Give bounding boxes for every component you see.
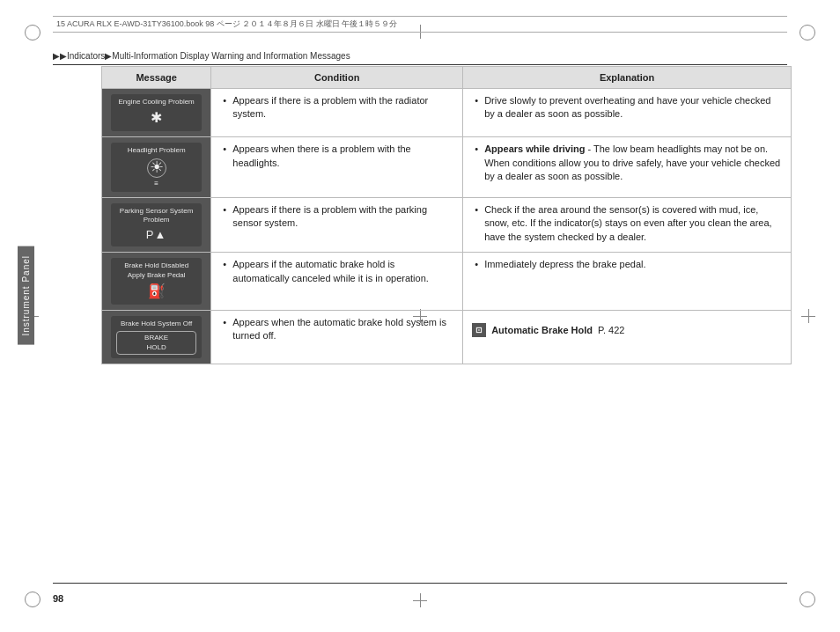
explanation-cell-engine: Drive slowly to prevent overheating and … — [463, 89, 792, 137]
condition-cell-engine: Appears if there is a problem with the r… — [211, 89, 463, 137]
info-table: Message Condition Explanation Engine Coo… — [101, 66, 792, 364]
headlight-title: Headlight Problem — [116, 146, 196, 155]
explanation-text-brake-disabled: Immediately depress the brake pedal. — [472, 258, 782, 271]
message-display-brake-off: Brake Hold System Off BRAKEHOLD — [111, 316, 202, 358]
message-display-engine: Engine Cooling Problem ✱ — [111, 94, 202, 131]
explanation-cell-headlight: Appears while driving - The low beam hea… — [463, 137, 792, 198]
corner-decoration-tl — [25, 25, 41, 40]
headlight-lines: ≡ — [116, 180, 196, 188]
table-row: Parking Sensor System Problem P▲ Appears… — [102, 197, 792, 252]
reference-icon: ⊡ — [472, 323, 486, 337]
table-row: Engine Cooling Problem ✱ Appears if ther… — [102, 89, 792, 137]
meta-text: 15 ACURA RLX E-AWD-31TY36100.book 98 ページ… — [56, 18, 397, 30]
table-row: Brake Hold System Off BRAKEHOLD Appears … — [102, 310, 792, 364]
main-content-area: Message Condition Explanation Engine Coo… — [101, 66, 792, 584]
corner-decoration-tr — [799, 25, 815, 40]
engine-title: Engine Cooling Problem — [116, 98, 196, 107]
explanation-cell-brake-off: ⊡ Automatic Brake Hold P. 422 — [463, 310, 792, 364]
explanation-text-engine: Drive slowly to prevent overheating and … — [472, 94, 782, 121]
breadcrumb: ▶▶Indicators▶Multi-Information Display W… — [53, 51, 787, 65]
explanation-bold-headlight: Appears while driving — [484, 143, 585, 154]
crosshair-right — [801, 309, 815, 323]
page-number: 98 — [53, 593, 63, 604]
brake-disabled-icon: ⛽ — [116, 283, 196, 301]
table-row: Brake Hold Disabled Apply Brake Pedal ⛽ … — [102, 253, 792, 311]
message-cell-brake-disabled: Brake Hold Disabled Apply Brake Pedal ⛽ — [102, 253, 211, 311]
condition-text-headlight: Appears when there is a problem with the… — [220, 143, 453, 170]
message-display-headlight: Headlight Problem ☀ ≡ — [111, 143, 202, 192]
ref-text-bold: Automatic Brake Hold — [491, 325, 593, 335]
col-header-condition: Condition — [211, 67, 463, 89]
message-display-brake-disabled: Brake Hold Disabled Apply Brake Pedal ⛽ — [111, 258, 202, 305]
table-row: Headlight Problem ☀ ≡ Appears when there… — [102, 137, 792, 198]
parking-icon: P▲ — [116, 228, 196, 243]
parking-title: Parking Sensor System Problem — [116, 207, 196, 225]
message-cell-headlight: Headlight Problem ☀ ≡ — [102, 137, 211, 198]
explanation-cell-parking: Check if the area around the sensor(s) i… — [463, 197, 792, 252]
side-tab-instrument-panel: Instrument Panel — [18, 246, 34, 345]
col-header-message: Message — [102, 67, 211, 89]
message-cell-brake-off: Brake Hold System Off BRAKEHOLD — [102, 310, 211, 364]
brake-off-title: Brake Hold System Off — [116, 320, 196, 328]
corner-decoration-bl — [25, 592, 41, 607]
condition-cell-parking: Appears if there is a problem with the p… — [211, 197, 463, 252]
brake-off-icon: BRAKEHOLD — [116, 331, 196, 355]
file-metadata: 15 ACURA RLX E-AWD-31TY36100.book 98 ページ… — [53, 16, 787, 33]
headlight-icon: ☀ — [147, 158, 166, 178]
side-tab-label: Instrument Panel — [21, 255, 31, 336]
condition-text-parking: Appears if there is a problem with the p… — [220, 203, 453, 231]
condition-cell-brake-disabled: Appears if the automatic brake hold is a… — [211, 253, 463, 311]
condition-text-engine: Appears if there is a problem with the r… — [220, 94, 453, 121]
explanation-text-headlight: Appears while driving - The low beam hea… — [472, 143, 782, 183]
crosshair-bottom — [413, 593, 427, 607]
explanation-text-parking: Check if the area around the sensor(s) i… — [472, 203, 782, 244]
message-cell-parking: Parking Sensor System Problem P▲ — [102, 197, 211, 252]
bottom-border — [53, 583, 787, 584]
condition-text-brake-off: Appears when the automatic brake hold sy… — [220, 316, 453, 343]
brake-disabled-title: Brake Hold Disabled Apply Brake Pedal — [116, 261, 196, 280]
engine-icon: ✱ — [116, 109, 196, 128]
message-cell-engine: Engine Cooling Problem ✱ — [102, 89, 211, 137]
explanation-cell-brake-disabled: Immediately depress the brake pedal. — [463, 253, 792, 311]
condition-cell-headlight: Appears when there is a problem with the… — [211, 137, 463, 198]
message-display-parking: Parking Sensor System Problem P▲ — [111, 203, 202, 246]
condition-text-brake-disabled: Appears if the automatic brake hold is a… — [220, 258, 453, 285]
condition-cell-brake-off: Appears when the automatic brake hold sy… — [211, 310, 463, 364]
ref-page: P. 422 — [598, 325, 624, 335]
col-header-explanation: Explanation — [463, 67, 792, 89]
corner-decoration-br — [799, 592, 815, 607]
reference-link: ⊡ Automatic Brake Hold P. 422 — [472, 323, 782, 337]
breadcrumb-text: ▶▶Indicators▶Multi-Information Display W… — [53, 51, 350, 61]
